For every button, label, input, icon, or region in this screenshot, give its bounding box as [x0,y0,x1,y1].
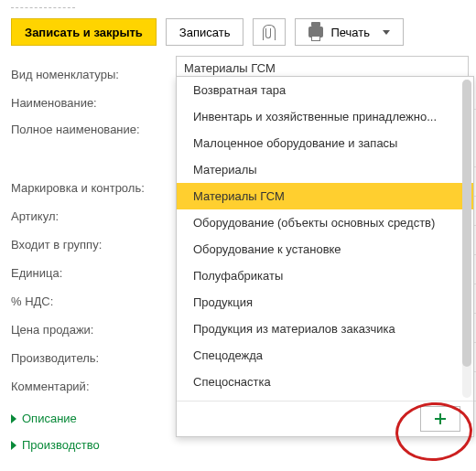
dropdown-item[interactable]: Спецодежда [177,342,473,369]
scrollbar-track[interactable] [462,80,471,398]
print-button[interactable]: Печать [295,18,404,46]
dropdown-item[interactable]: Инвентарь и хозяйственные принадлежно... [177,103,473,130]
attach-button[interactable] [253,18,286,46]
dropdown-item[interactable]: Продукция из материалов заказчика [177,316,473,342]
toolbar: Записать и закрыть Записать Печать [11,18,404,46]
label-price: Цена продажи: [11,316,145,344]
tab-strip-fragment [11,2,75,8]
expander-description-label: Описание [22,412,77,425]
chevron-down-icon [383,30,390,35]
label-full-name: Полное наименование: [11,117,145,174]
dropdown-item[interactable]: Спецоснастка [177,369,473,395]
dropdown-list[interactable]: Возвратная тараИнвентарь и хозяйственные… [177,77,473,401]
label-comment: Комментарий: [11,372,145,401]
form-labels: Вид номенклатуры: Наименование: Полное н… [11,60,145,401]
dropdown-item[interactable]: Оборудование к установке [177,236,473,262]
printer-icon [308,27,323,37]
save-label: Записать [179,26,231,39]
dropdown-item[interactable]: Полуфабрикаты [177,262,473,289]
save-and-close-button[interactable]: Записать и закрыть [11,18,157,46]
paperclip-icon [263,25,276,40]
dropdown-footer [177,401,473,436]
dropdown-item[interactable]: Возвратная тара [177,77,473,103]
save-and-close-label: Записать и закрыть [25,26,143,39]
label-marking: Маркировка и контроль: [11,174,145,202]
label-group: Входит в группу: [11,230,145,259]
dropdown-item[interactable]: Оборудование (объекты основных средств) [177,209,473,236]
label-name: Наименование: [11,89,145,117]
nomenclature-kind-value: Материалы ГСМ [184,61,276,75]
plus-icon [435,413,446,424]
expander-production[interactable]: Производство [11,438,100,452]
dropdown-item[interactable]: Материалы ГСМ [177,183,473,209]
save-button[interactable]: Записать [166,18,244,46]
dropdown-item[interactable]: Продукция [177,289,473,316]
expander-description[interactable]: Описание [11,412,100,425]
expanders: Описание Производство [11,412,100,452]
label-vat: % НДС: [11,287,145,316]
chevron-right-icon [11,414,16,423]
scrollbar-thumb[interactable] [462,80,471,367]
print-label: Печать [330,26,370,39]
nomenclature-kind-dropdown: Возвратная тараИнвентарь и хозяйственные… [176,76,474,437]
dropdown-item[interactable]: Малоценное оборудование и запасы [177,130,473,156]
label-article: Артикул: [11,202,145,230]
label-manufacturer: Производитель: [11,344,145,372]
dropdown-item[interactable]: Материалы [177,156,473,183]
chevron-right-icon [11,441,16,450]
label-unit: Единица: [11,259,145,287]
expander-production-label: Производство [22,438,100,452]
label-kind: Вид номенклатуры: [11,60,145,89]
add-item-button[interactable] [420,406,460,432]
